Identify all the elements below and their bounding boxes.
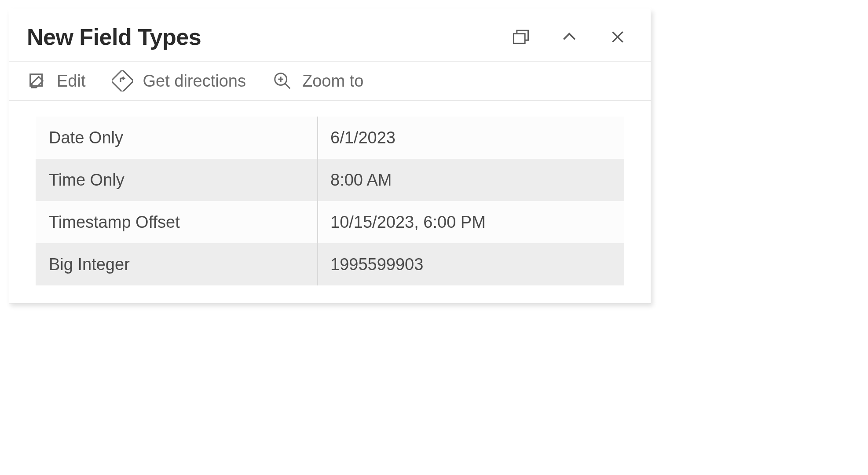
edit-icon [27, 71, 47, 91]
get-directions-label: Get directions [143, 72, 245, 91]
chevron-up-icon [560, 27, 579, 47]
get-directions-button[interactable]: Get directions [112, 70, 245, 91]
svg-line-5 [285, 84, 290, 89]
field-value: 8:00 AM [317, 171, 624, 190]
close-button[interactable] [602, 22, 633, 52]
popup-title: New Field Types [27, 24, 488, 50]
directions-icon [112, 70, 133, 91]
edit-button[interactable]: Edit [27, 71, 85, 91]
table-row: Big Integer 1995599903 [36, 243, 624, 285]
field-value: 10/15/2023, 6:00 PM [317, 213, 624, 232]
dock-icon [511, 27, 531, 47]
field-value: 6/1/2023 [317, 128, 624, 147]
dock-button[interactable] [505, 22, 536, 52]
field-label: Big Integer [36, 255, 317, 274]
edit-label: Edit [57, 72, 85, 91]
popup-content: Date Only 6/1/2023 Time Only 8:00 AM Tim… [9, 101, 651, 303]
collapse-button[interactable] [554, 22, 585, 52]
close-icon [609, 28, 626, 46]
svg-rect-3 [112, 70, 133, 91]
field-value: 1995599903 [317, 255, 624, 274]
zoom-in-icon [272, 71, 293, 91]
field-label: Timestamp Offset [36, 213, 317, 232]
table-row: Timestamp Offset 10/15/2023, 6:00 PM [36, 201, 624, 243]
popup-panel: New Field Types [9, 9, 651, 303]
zoom-to-button[interactable]: Zoom to [272, 71, 363, 91]
zoom-to-label: Zoom to [302, 72, 363, 91]
field-label: Time Only [36, 171, 317, 190]
table-row: Date Only 6/1/2023 [36, 117, 624, 159]
table-row: Time Only 8:00 AM [36, 159, 624, 201]
svg-rect-0 [514, 34, 525, 44]
fields-table: Date Only 6/1/2023 Time Only 8:00 AM Tim… [36, 117, 624, 285]
popup-header: New Field Types [9, 9, 651, 62]
popup-toolbar: Edit Get directions Zoom to [9, 62, 651, 101]
field-label: Date Only [36, 128, 317, 147]
